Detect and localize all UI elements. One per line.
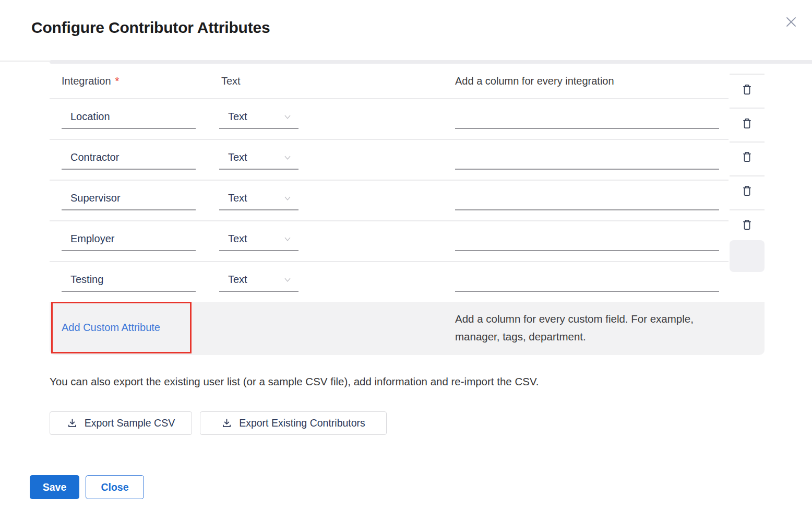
attribute-type-value: Text	[228, 274, 247, 286]
export-sample-csv-label: Export Sample CSV	[85, 417, 175, 429]
delete-cell-divider	[730, 175, 765, 176]
attribute-type-value: Text	[228, 233, 247, 245]
attribute-type-value: Text	[228, 192, 247, 204]
header-name-label: Integration	[62, 75, 111, 87]
attribute-description-input[interactable]	[455, 146, 719, 170]
add-custom-attribute-row: Add Custom Attribute Add a column for ev…	[50, 302, 765, 355]
trash-icon	[742, 219, 753, 231]
attribute-type-value: Text	[228, 151, 247, 163]
export-hint-text: You can also export the existing user li…	[50, 375, 539, 388]
attribute-description-input[interactable]	[455, 186, 719, 210]
header-attribute-type: Text	[221, 64, 241, 98]
table-row-supervisor: Text	[50, 180, 729, 220]
delete-row-button[interactable]	[736, 113, 757, 134]
attribute-name-input[interactable]	[62, 186, 196, 210]
attribute-type-select[interactable]: Text	[219, 186, 298, 210]
delete-row-button[interactable]	[736, 146, 757, 167]
delete-row-button[interactable]	[736, 180, 757, 201]
chevron-down-icon	[283, 112, 292, 122]
configure-contributor-attributes-dialog: Configure Contributor Attributes Integra…	[0, 0, 812, 520]
chevron-down-icon	[283, 234, 292, 244]
table-top-strip	[50, 60, 812, 64]
custom-attribute-description: Add a column for every custom field. For…	[455, 310, 724, 345]
delete-cell-divider	[730, 141, 765, 143]
attribute-name-input[interactable]	[62, 268, 196, 292]
required-asterisk: *	[115, 75, 120, 87]
attribute-type-select[interactable]: Text	[219, 268, 298, 292]
delete-cell-divider	[730, 74, 765, 75]
download-icon	[221, 418, 232, 429]
attribute-type-select[interactable]: Text	[219, 105, 298, 129]
table-header-row: Integration * Text Add a column for ever…	[50, 64, 729, 98]
delete-cell-divider	[730, 108, 765, 109]
attribute-type-select[interactable]: Text	[219, 227, 298, 251]
add-custom-attribute-link[interactable]: Add Custom Attribute	[62, 302, 160, 353]
attribute-name-input[interactable]	[62, 146, 196, 170]
x-icon	[783, 14, 799, 30]
chevron-down-icon	[283, 275, 292, 285]
delete-cell-divider	[730, 209, 765, 210]
table-row-contractor: Text	[50, 139, 729, 180]
trash-icon	[742, 84, 753, 96]
table-row-employer: Text	[50, 220, 729, 261]
save-button[interactable]: Save	[30, 475, 79, 499]
delete-row-button[interactable]	[736, 79, 757, 100]
close-button[interactable]: Close	[86, 475, 144, 499]
chevron-down-icon	[283, 194, 292, 203]
attribute-description-input[interactable]	[455, 105, 719, 129]
delete-cell-empty	[730, 240, 765, 272]
attribute-name-input[interactable]	[62, 105, 196, 129]
table-row-testing: Text	[50, 261, 729, 302]
header-attribute-description: Add a column for every integration	[455, 64, 614, 98]
attribute-type-select[interactable]: Text	[219, 146, 298, 170]
trash-icon	[742, 185, 753, 197]
chevron-down-icon	[283, 153, 292, 162]
attribute-description-input[interactable]	[455, 268, 719, 292]
attribute-type-value: Text	[228, 111, 247, 123]
attribute-name-input[interactable]	[62, 227, 196, 251]
dialog-title: Configure Contributor Attributes	[31, 19, 270, 37]
export-sample-csv-button[interactable]: Export Sample CSV	[50, 411, 192, 435]
trash-icon	[742, 151, 753, 163]
dialog-close-button[interactable]	[782, 13, 801, 31]
trash-icon	[742, 117, 753, 129]
table-row-location: Text	[50, 98, 729, 139]
delete-row-button[interactable]	[736, 214, 757, 235]
attribute-description-input[interactable]	[455, 227, 719, 251]
export-existing-contributors-button[interactable]: Export Existing Contributors	[200, 411, 387, 435]
header-attribute-name: Integration *	[62, 64, 119, 98]
download-icon	[67, 418, 78, 429]
export-existing-contributors-label: Export Existing Contributors	[239, 417, 365, 429]
